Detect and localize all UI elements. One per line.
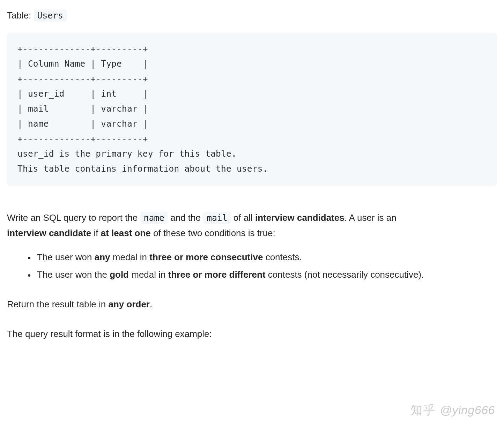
schema-code-block: +-------------+---------+ | Column Name … bbox=[7, 33, 497, 186]
bullet-text: The user won the bbox=[37, 269, 110, 280]
bullet-bold: gold bbox=[110, 269, 129, 280]
watermark-handle: @ying666 bbox=[440, 403, 495, 417]
bullet-text: contests (not necessarily consecutive). bbox=[266, 269, 424, 280]
format-line: The query result format is in the follow… bbox=[7, 326, 497, 342]
document-page: Table: Users +-------------+---------+ |… bbox=[0, 0, 504, 427]
prompt-bold: interview candidates bbox=[255, 212, 344, 223]
watermark: 知乎@ying666 bbox=[410, 400, 495, 419]
return-text: Return the result table in bbox=[7, 299, 109, 309]
prompt-text: of these two conditions is true: bbox=[151, 228, 275, 238]
prompt-text: and the bbox=[168, 212, 203, 223]
bullet-text: medal in bbox=[110, 252, 150, 262]
conditions-list: The user won any medal in three or more … bbox=[7, 249, 436, 283]
bullet-text: The user won bbox=[37, 252, 95, 262]
return-bold: any order bbox=[109, 299, 150, 309]
table-intro-line: Table: Users bbox=[7, 8, 497, 23]
prompt-text: Write an SQL query to report the bbox=[7, 212, 140, 223]
watermark-brand: 知乎 bbox=[410, 403, 436, 417]
inline-code-name: name bbox=[140, 212, 168, 224]
table-name-code: Users bbox=[34, 9, 67, 22]
table-prefix: Table: bbox=[7, 10, 34, 21]
return-text: . bbox=[150, 299, 152, 309]
bullet-bold: three or more consecutive bbox=[149, 252, 263, 262]
prompt-bold: at least one bbox=[101, 228, 151, 238]
prompt-bold: interview candidate bbox=[7, 228, 91, 238]
bullet-text: medal in bbox=[129, 269, 168, 280]
list-item: The user won the gold medal in three or … bbox=[35, 267, 436, 283]
prompt-paragraph: Write an SQL query to report the name an… bbox=[7, 210, 408, 241]
bullet-text: contests. bbox=[263, 252, 302, 262]
inline-code-mail: mail bbox=[203, 212, 231, 224]
prompt-text: . A user is an bbox=[344, 212, 396, 223]
return-line: Return the result table in any order. bbox=[7, 297, 497, 312]
prompt-text: if bbox=[91, 228, 101, 238]
bullet-bold: any bbox=[95, 252, 110, 262]
list-item: The user won any medal in three or more … bbox=[35, 249, 436, 265]
bullet-bold: three or more different bbox=[168, 269, 266, 280]
prompt-text: of all bbox=[231, 212, 255, 223]
